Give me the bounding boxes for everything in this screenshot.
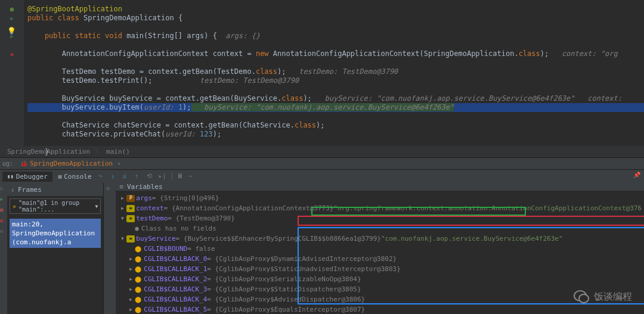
spring-icon: ⬢ xyxy=(10,7,14,13)
code-editor[interactable]: ⬢ ▶ ▶ ● 💡 @SpringBootApplication public … xyxy=(0,0,644,146)
var-cb5[interactable]: ▶⬤CGLIB$CALLBACK_5 = {CglibAopProxy$Equa… xyxy=(118,304,642,314)
frames-panel: ↕ Frames » "main"@1 in group "main":... … xyxy=(7,183,104,314)
warning-icon: ⬤ xyxy=(135,285,141,294)
var-args[interactable]: ▶Pargs = {String[0]@496} xyxy=(118,193,642,203)
editor-gutter: ⬢ ▶ ▶ ● xyxy=(0,0,24,146)
pin-icon[interactable]: 📌 xyxy=(633,172,640,178)
var-cb0[interactable]: ▶⬤CGLIB$CALLBACK_0 = {CglibAopProxy$Dyna… xyxy=(118,254,642,264)
var-cb4[interactable]: ▶⬤CGLIB$CALLBACK_4 = {CglibAopProxy$Advi… xyxy=(118,294,642,304)
console-icon: ▤ xyxy=(58,173,61,179)
var-testdemo[interactable]: ▼≡testDemo = {TestDemo@3790} xyxy=(118,213,642,223)
var-bound[interactable]: ⬤CGLIB$BOUND = false xyxy=(118,244,642,254)
resume-icon[interactable]: ▶ xyxy=(0,196,7,203)
debug-tab-bar: ug: 🐞 SpringDemoApplication ✕ xyxy=(0,158,644,170)
variables-panel: ⚙ ≡ Variables ▶Pargs = {String[0]@496} ▶… xyxy=(104,183,644,314)
highlighted-line[interactable]: buyService.buyItem(userId: 1); buyServic… xyxy=(27,103,644,112)
force-step-into-icon[interactable]: ⇊ xyxy=(123,172,131,181)
warning-icon: ⬤ xyxy=(135,275,141,284)
debug-session-tab[interactable]: 🐞 SpringDemoApplication ✕ xyxy=(17,160,124,167)
tab-debugger[interactable]: ▮▮ Debugger xyxy=(2,172,52,182)
info-icon: ● xyxy=(135,224,139,233)
var-buyservice[interactable]: ▼≡buyService = {BuyService$$EnhancerBySp… xyxy=(118,234,642,244)
intention-bulb-icon[interactable]: 💡 xyxy=(7,27,16,36)
drop-frame-icon[interactable]: ⟲ xyxy=(147,172,155,181)
tab-console[interactable]: ▤ Console xyxy=(54,172,97,182)
warning-icon: ⬤ xyxy=(135,265,141,273)
step-over-icon[interactable]: ↷ xyxy=(99,172,107,181)
warning-icon: ⬤ xyxy=(135,244,141,253)
var-cb3[interactable]: ▶⬤CGLIB$CALLBACK_3 = {CglibAopProxy$Stat… xyxy=(118,284,642,294)
warning-icon: ⬤ xyxy=(135,305,141,314)
debug-panel: ↻ ▶ ■ ● ⊘ ↕ Frames » "main"@1 in group "… xyxy=(0,183,644,314)
bug-icon: 🐞 xyxy=(20,160,27,167)
error-icon: ● xyxy=(10,51,13,57)
warning-icon: ⬤ xyxy=(135,295,141,304)
watermark: 饭谈编程 xyxy=(574,290,632,303)
vars-icon: ≡ xyxy=(119,183,123,191)
param-icon: P xyxy=(126,195,135,202)
stop-icon[interactable]: ■ xyxy=(0,207,7,214)
settings-icon[interactable]: ⚙ xyxy=(106,185,113,192)
evaluate-icon[interactable]: 🖩 xyxy=(177,172,185,181)
pause-icon: ▮▮ xyxy=(7,173,14,179)
annotation: @SpringBootApplication xyxy=(27,5,122,13)
debugger-toolbar: ▮▮ Debugger ▤ Console ↷ ↓ ⇊ ↑ ⟲ ▸| 🖩 ⋯ 📌 xyxy=(0,170,644,183)
restore-icon[interactable]: ↕ xyxy=(11,186,14,193)
run-to-cursor-icon[interactable]: ▸| xyxy=(159,172,167,181)
debug-side-toolbar: ↻ ▶ ■ ● ⊘ xyxy=(0,183,7,314)
more-icon[interactable]: ⋯ xyxy=(189,172,197,181)
warning-icon: ⬤ xyxy=(135,254,141,263)
vars-header: ≡ Variables xyxy=(116,183,644,191)
mute-breakpoints-icon[interactable]: ⊘ xyxy=(0,228,7,235)
chevron-right-icon: 〉 xyxy=(92,147,104,156)
var-cb1[interactable]: ▶⬤CGLIB$CALLBACK_1 = {CglibAopProxy$Stat… xyxy=(118,264,642,274)
thread-selector[interactable]: » "main"@1 in group "main":... ▼ xyxy=(10,198,101,214)
wechat-icon xyxy=(574,290,589,303)
var-cb2[interactable]: ▶⬤CGLIB$CALLBACK_2 = {CglibAopProxy$Seri… xyxy=(118,274,642,284)
step-out-icon[interactable]: ↑ xyxy=(135,172,143,181)
code-area[interactable]: 💡 @SpringBootApplication public class Sp… xyxy=(24,0,644,146)
breakpoint-icon[interactable]: ● xyxy=(0,217,7,225)
field-icon: ≡ xyxy=(126,205,135,212)
frames-header: ↕ Frames xyxy=(7,183,103,196)
rerun-icon[interactable]: ↻ xyxy=(0,185,7,192)
field-icon: ≡ xyxy=(126,235,135,243)
close-icon[interactable]: ✕ xyxy=(117,161,120,166)
thread-icon: » xyxy=(13,203,16,210)
var-nofields: ●Class has no fields xyxy=(118,223,642,234)
stack-frame-row[interactable]: main:20, SpringDemoApplication (com.nuof… xyxy=(10,219,101,248)
variables-tree[interactable]: ▶Pargs = {String[0]@496} ▶≡context = {An… xyxy=(116,191,644,314)
vars-side-toolbar: ⚙ xyxy=(104,183,116,314)
field-icon: ≡ xyxy=(126,215,135,222)
run-gutter-icon[interactable]: ▶ xyxy=(10,15,13,21)
step-into-icon[interactable]: ↓ xyxy=(111,172,119,181)
var-context[interactable]: ▶≡context = {AnnotationConfigApplication… xyxy=(118,203,642,213)
chevron-down-icon: ▼ xyxy=(95,204,98,209)
